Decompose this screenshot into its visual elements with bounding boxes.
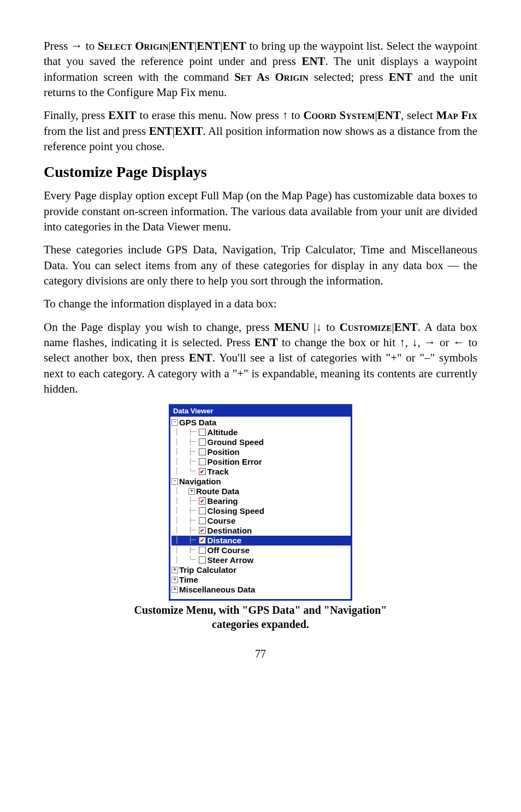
paragraph-3: Every Page display option except Full Ma… [44, 188, 477, 234]
tree-item[interactable]: │ ├─ Position Error [171, 457, 351, 467]
collapse-icon[interactable]: − [171, 478, 178, 485]
collapse-icon[interactable]: − [171, 419, 178, 426]
ent-key: ENT [171, 39, 194, 52]
exit-key: EXIT [108, 109, 136, 122]
tree-item[interactable]: │ ├─ Closing Speed [171, 506, 351, 516]
tree-item[interactable]: │ ├─ Position [171, 447, 351, 457]
text: to erase this menu. Now press [137, 109, 282, 122]
tree-conn-icon: │ ├─ [171, 458, 199, 466]
tree-conn-icon: │ [171, 488, 188, 495]
text: to [82, 39, 98, 52]
tree-item[interactable]: │ └─ Track [171, 467, 351, 477]
label: Off Course [208, 546, 250, 555]
text: , [405, 336, 412, 349]
menu-key: MENU [274, 321, 309, 334]
checkbox-icon[interactable] [199, 497, 206, 505]
ent-key: ENT [301, 55, 325, 68]
label: Distance [208, 536, 242, 545]
paragraph-2: Finally, press EXIT to erase this menu. … [44, 108, 477, 154]
tree-conn-icon: │ ├─ [171, 547, 199, 554]
text: to change the box or hit [278, 336, 399, 349]
data-viewer-screenshot: Data Viewer −GPS Data │ ├─ Altitude │ ├─… [44, 404, 477, 601]
tree-item[interactable]: │ ├─ Altitude [171, 428, 351, 437]
tree-conn-icon: │ ├─ [171, 527, 199, 535]
text: from the list and press [44, 125, 149, 138]
label: Time [179, 575, 198, 584]
text: selected; press [309, 70, 389, 84]
checkbox-icon[interactable] [199, 429, 206, 436]
checkbox-icon[interactable] [199, 448, 206, 455]
tree-item[interactable]: │ +Route Data [171, 487, 351, 496]
label: Destination [208, 526, 252, 535]
caption-line-1: Customize Menu, with "GPS Data" and "Nav… [134, 604, 387, 616]
ent-key: ENT [189, 351, 212, 364]
tree-category-time[interactable]: +Time [171, 575, 351, 585]
text: Press [44, 39, 71, 52]
section-heading: Customize Page Displays [44, 162, 477, 182]
tree-conn-icon: │ ├─ [171, 517, 199, 525]
checkbox-icon[interactable] [199, 458, 206, 465]
tree-conn-icon: │ ├─ [171, 497, 199, 505]
tree-item[interactable]: │ ├─ Off Course [171, 546, 351, 555]
select-origin-label: Select Origin [98, 39, 169, 52]
up-arrow-icon: ↑ [282, 109, 288, 121]
map-fix-label: Map Fix [436, 109, 477, 122]
tree-item-selected[interactable]: │ ├─ Distance [171, 536, 351, 546]
text: , select [401, 109, 436, 122]
window-title: Data Viewer [170, 406, 351, 417]
checkbox-icon[interactable] [199, 527, 206, 534]
checkbox-icon[interactable] [199, 537, 206, 544]
label: Steer Arrow [208, 555, 253, 565]
expand-icon[interactable]: + [171, 577, 178, 583]
set-as-origin-label: Set As Origin [234, 70, 309, 84]
right-arrow-icon: → [424, 336, 436, 348]
tree-conn-icon: │ ├─ [171, 429, 199, 436]
expand-icon[interactable]: + [188, 488, 195, 495]
label: Altitude [208, 428, 238, 437]
up-arrow-icon: ↑ [399, 336, 405, 348]
label: Ground Speed [208, 437, 264, 447]
tree-item[interactable]: │ ├─ Bearing [171, 496, 351, 506]
text: to [288, 109, 303, 122]
tree-category-navigation[interactable]: −Navigation [171, 477, 351, 487]
label: Closing Speed [208, 506, 264, 515]
tree-conn-icon: │ ├─ [171, 438, 199, 446]
checkbox-icon[interactable] [199, 507, 206, 514]
tree-conn-icon: │ ├─ [171, 448, 199, 456]
customize-label: Customize [340, 321, 392, 334]
checkbox-icon[interactable] [199, 547, 206, 554]
text: Finally, press [44, 109, 108, 122]
tree-category-trip[interactable]: +Trip Calculator [171, 565, 351, 575]
label: GPS Data [179, 418, 216, 427]
label: Position Error [208, 457, 262, 466]
ent-key: ENT [377, 109, 401, 122]
text: On the Page display you wish to change, … [44, 321, 274, 334]
tree-category-misc[interactable]: +Miscellaneous Data [171, 585, 351, 595]
ent-key: ENT [394, 321, 418, 334]
paragraph-5: To change the information displayed in a… [44, 296, 477, 311]
expand-icon[interactable]: + [171, 567, 178, 573]
checkbox-icon[interactable] [199, 517, 206, 524]
tree-item[interactable]: │ ├─ Ground Speed [171, 437, 351, 447]
checkbox-icon[interactable] [199, 438, 206, 446]
expand-icon[interactable]: + [171, 586, 178, 593]
checkbox-icon[interactable] [199, 556, 206, 564]
label: Miscellaneous Data [179, 585, 255, 594]
label: Navigation [179, 477, 221, 486]
label: Route Data [196, 487, 239, 496]
ent-key: ENT [197, 39, 220, 52]
checkbox-icon[interactable] [199, 468, 206, 475]
tree-item[interactable]: │ ├─ Destination [171, 526, 351, 536]
ent-key: ENT [389, 70, 412, 84]
tree-conn-icon: │ ├─ [171, 507, 199, 515]
tree-conn-icon: │ ├─ [171, 537, 199, 544]
down-arrow-icon: ↓ [412, 336, 418, 348]
tree-view: −GPS Data │ ├─ Altitude │ ├─ Ground Spee… [170, 417, 351, 599]
paragraph-6: On the Page display you wish to change, … [44, 319, 477, 397]
tree-item[interactable]: │ └─ Steer Arrow [171, 555, 351, 565]
coord-system-label: Coord System [303, 109, 375, 122]
tree-item[interactable]: │ ├─ Course [171, 516, 351, 526]
ent-key: ENT [149, 125, 173, 138]
tree-category-gps[interactable]: −GPS Data [171, 418, 351, 428]
paragraph-4: These categories include GPS Data, Navig… [44, 242, 477, 288]
